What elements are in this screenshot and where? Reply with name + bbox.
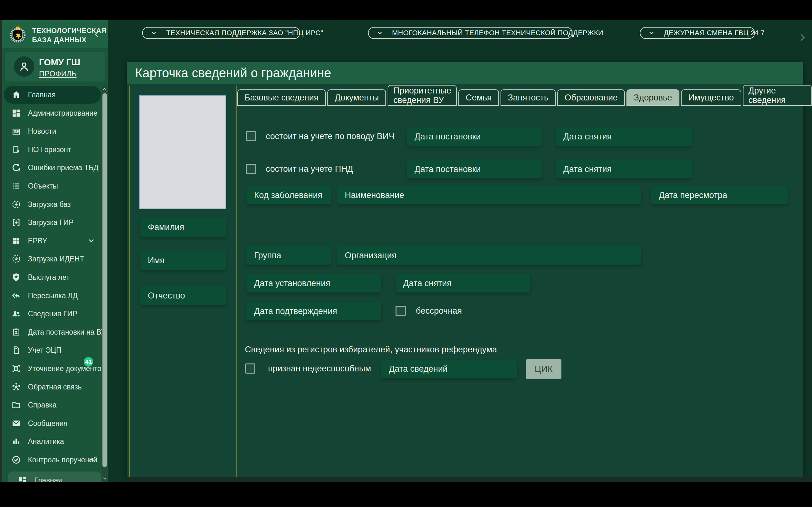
sidebar-item[interactable]: Выслуга лет <box>4 268 101 286</box>
tab[interactable]: Образование <box>557 89 625 106</box>
sidebar-item[interactable]: Пересылка ЛД <box>4 287 101 304</box>
pnd-label: состоит на учете ПНД <box>266 164 353 174</box>
sidebar-item-label: Объекты <box>28 182 58 190</box>
sim-card-icon <box>11 345 21 355</box>
screen: ТЕХНОЛОГИЧЕСКАЯ БАЗА ДАННЫХ ГОМУ ГШ ПРОФ… <box>0 0 812 507</box>
perpetual-label: бессрочная <box>416 306 462 316</box>
sidebar-item[interactable]: Загрузка ИДЕНТ <box>4 250 101 268</box>
sidebar-item[interactable]: Сведения ГИР <box>4 305 101 323</box>
cik-button[interactable]: ЦИК <box>526 359 561 379</box>
middlename-field[interactable]: Отчество <box>140 286 226 305</box>
chevron-down-icon <box>376 30 383 37</box>
sidebar-item[interactable]: Загрузка баз <box>4 195 101 213</box>
sidebar-subitem[interactable]: Главная <box>8 471 101 482</box>
sidebar-item[interactable]: Справка <box>4 396 101 414</box>
sidebar-item-label: Уточнение документов <box>28 364 105 373</box>
sidebar-item[interactable]: Объекты <box>4 177 101 195</box>
sidebar-item-label: Загрузка баз <box>28 200 71 209</box>
registers-date-field[interactable]: Дата сведений <box>381 360 517 378</box>
tab[interactable]: Документы <box>327 89 386 106</box>
support-phone-button[interactable]: МНОГОКАНАЛЬНЫЙ ТЕЛЕФОН ТЕХНИЧЕСКОЙ ПОДДЕ… <box>368 27 572 39</box>
sidebar-item-label: Справка <box>28 401 56 409</box>
firstname-field[interactable]: Имя <box>140 251 226 270</box>
disability-date-conf-field[interactable]: Дата подтверждения <box>247 302 381 320</box>
mail-icon <box>11 418 21 428</box>
sidebar-scrollbar[interactable] <box>102 86 107 482</box>
disease-name-field[interactable]: Наименование <box>337 186 641 205</box>
sidebar-item[interactable]: Загрузка ГИР <box>4 214 101 231</box>
sidebar-item[interactable]: Администрирование <box>4 104 101 122</box>
sidebar-item[interactable]: ЕРВУ <box>4 232 101 250</box>
duty-shift-button[interactable]: ДЕЖУРНАЯ СМЕНА ГВЦ 24 7 <box>640 27 755 39</box>
disease-review-date-field[interactable]: Дата пересмотра <box>651 186 788 205</box>
tab[interactable]: Семья <box>458 89 499 106</box>
support-contact-label: ТЕХНИЧЕСКАЯ ПОДДЕРЖКА ЗАО "НПЦ ИРС" <box>166 29 323 37</box>
sidebar-item-label: Главная <box>34 476 62 482</box>
sidebar-item[interactable]: Обратная связь <box>4 378 101 396</box>
lastname-field[interactable]: Фамилия <box>140 218 226 237</box>
app-window: ТЕХНОЛОГИЧЕСКАЯ БАЗА ДАННЫХ ГОМУ ГШ ПРОФ… <box>0 20 812 482</box>
disability-date-rem-field[interactable]: Дата снятия <box>396 274 530 292</box>
sidebar-item[interactable]: Контроль поручений <box>4 451 101 469</box>
sidebar-item[interactable]: Главная <box>4 86 101 104</box>
person-panel: Фамилия Имя Отчество <box>129 86 237 478</box>
sidebar-item[interactable]: ПО Горизонт <box>4 141 101 158</box>
incapable-checkbox[interactable] <box>245 363 255 374</box>
perpetual-checkbox[interactable] <box>396 306 406 316</box>
horizontal-scrollbar[interactable] <box>127 477 812 482</box>
sidebar-item-label: Главная <box>28 91 56 99</box>
person-icon <box>18 60 30 72</box>
hiv-date-set-field[interactable]: Дата постановки <box>407 127 542 146</box>
duty-shift-label: ДЕЖУРНАЯ СМЕНА ГВЦ 24 7 <box>664 29 765 37</box>
bar-chart-icon <box>11 437 21 446</box>
sidebar-item[interactable]: Аналитика <box>4 433 101 450</box>
grid-icon <box>11 236 21 245</box>
sidebar-item[interactable]: Уточнение документов41 <box>4 360 101 377</box>
disease-code-field[interactable]: Код заболевания <box>247 186 332 205</box>
citizen-card-panel: Карточка сведений о гражданине Базовые с… <box>127 62 803 477</box>
incapable-label: признан недееспособным <box>268 363 371 374</box>
support-contact-button[interactable]: ТЕХНИЧЕСКАЯ ПОДДЕРЖКА ЗАО "НПЦ ИРС" <box>142 27 300 39</box>
sidebar-header: ТЕХНОЛОГИЧЕСКАЯ БАЗА ДАННЫХ <box>2 20 108 48</box>
sidebar-item[interactable]: Дата постановки на ВУ <box>4 323 101 341</box>
sidebar-item-label: Пересылка ЛД <box>28 291 78 300</box>
disability-group-field[interactable]: Группа <box>247 246 332 265</box>
chevron-down-icon[interactable] <box>88 237 95 245</box>
scroll-up-icon[interactable] <box>102 86 107 93</box>
tab[interactable]: Имущество <box>681 89 741 106</box>
tab[interactable]: Занятость <box>501 89 556 106</box>
sidebar-item-label: Контроль поручений <box>28 456 97 464</box>
sidebar-item-label: ЕРВУ <box>28 237 47 245</box>
chevron-up-icon[interactable] <box>88 456 95 464</box>
tab[interactable]: Здоровье <box>626 89 679 106</box>
sidebar-item[interactable]: Ошибки приема ТБД <box>4 159 101 176</box>
pnd-date-unset-field[interactable]: Дата снятия <box>556 160 693 178</box>
sidebar-collapse-chevron-left-icon[interactable] <box>93 31 101 39</box>
sidebar-scrollbar-thumb[interactable] <box>102 93 107 467</box>
chevron-down-icon <box>648 30 655 37</box>
sidebar-item[interactable]: Сообщения <box>4 414 101 432</box>
chevron-down-icon <box>150 30 157 37</box>
id-card-icon <box>11 327 21 337</box>
pnd-checkbox[interactable] <box>246 164 256 174</box>
avatar <box>14 56 34 77</box>
disability-date-est-field[interactable]: Дата установления <box>247 274 381 292</box>
profile-link[interactable]: ПРОФИЛЬ <box>39 69 77 78</box>
sidebar-item[interactable]: Новости <box>4 122 101 140</box>
scroll-down-icon[interactable] <box>102 475 107 482</box>
tab[interactable]: Базовые сведения <box>237 89 326 106</box>
sidebar-item-label: Дата постановки на ВУ <box>28 328 106 337</box>
tab[interactable]: Другие сведения <box>743 85 812 106</box>
window-edge-scrollbar[interactable] <box>0 20 2 482</box>
disability-org-field[interactable]: Организация <box>337 246 641 265</box>
people-icon <box>11 309 21 319</box>
tab[interactable]: Приоритетные сведения ВУ <box>388 85 457 106</box>
hiv-date-unset-field[interactable]: Дата снятия <box>556 127 693 146</box>
sidebar: ТЕХНОЛОГИЧЕСКАЯ БАЗА ДАННЫХ ГОМУ ГШ ПРОФ… <box>2 20 108 482</box>
topbar-next-chevron-right-icon[interactable] <box>797 32 808 43</box>
pnd-date-set-field[interactable]: Дата постановки <box>407 160 542 178</box>
dashboard-icon <box>11 108 21 118</box>
sidebar-item[interactable]: Учет ЭЦП <box>4 341 101 359</box>
sidebar-item-label: Сообщения <box>28 419 67 428</box>
hiv-checkbox[interactable] <box>246 131 256 141</box>
